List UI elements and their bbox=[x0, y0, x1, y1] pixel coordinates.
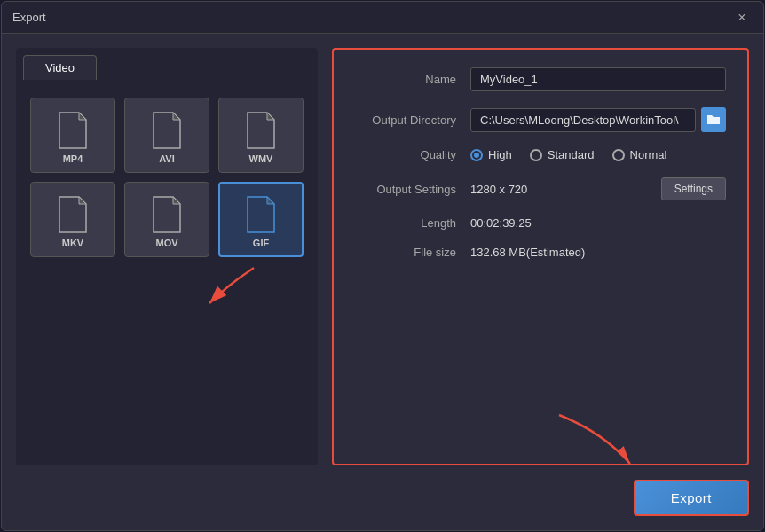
formats-grid: MP4 AVI bbox=[23, 90, 311, 264]
avi-icon bbox=[150, 111, 184, 150]
dir-input-group bbox=[470, 107, 726, 132]
format-mp4[interactable]: MP4 bbox=[30, 98, 115, 173]
length-value: 00:02:39.25 bbox=[470, 216, 726, 230]
format-mov[interactable]: MOV bbox=[124, 182, 209, 257]
dialog-title: Export bbox=[12, 11, 46, 24]
folder-icon bbox=[706, 113, 721, 126]
quality-group: High Standard Normal bbox=[470, 148, 666, 161]
name-label: Name bbox=[355, 73, 470, 86]
dialog-footer: Export bbox=[2, 480, 763, 530]
quality-high[interactable]: High bbox=[470, 148, 512, 161]
quality-high-radio[interactable] bbox=[470, 149, 483, 161]
output-settings-row: Output Settings 1280 x 720 Settings bbox=[355, 177, 726, 200]
length-label: Length bbox=[355, 216, 470, 230]
export-settings-panel: Name Output Directory bbox=[332, 48, 749, 466]
format-mkv[interactable]: MKV bbox=[30, 182, 115, 257]
gif-icon bbox=[244, 195, 278, 234]
close-button[interactable]: × bbox=[731, 7, 753, 28]
arrow-annotation-left bbox=[201, 259, 272, 312]
title-bar: Export × bbox=[2, 2, 763, 34]
mkv-icon bbox=[56, 195, 90, 234]
output-settings-content: 1280 x 720 Settings bbox=[470, 177, 726, 200]
quality-normal-label: Normal bbox=[630, 148, 667, 161]
file-size-label: File size bbox=[355, 246, 470, 259]
output-dir-row: Output Directory bbox=[355, 107, 726, 132]
quality-standard-radio[interactable] bbox=[530, 149, 542, 161]
tab-bar: Video bbox=[23, 55, 311, 80]
format-panel: Video MP4 bbox=[16, 48, 318, 466]
quality-row: Quality High Standard Normal bbox=[355, 148, 726, 161]
quality-normal-radio[interactable] bbox=[612, 149, 625, 161]
mp4-label: MP4 bbox=[63, 153, 83, 164]
mkv-label: MKV bbox=[62, 238, 83, 248]
export-dialog: Export × Video bbox=[1, 1, 764, 531]
dialog-body: Video MP4 bbox=[2, 34, 763, 480]
quality-standard-label: Standard bbox=[548, 148, 595, 161]
dir-input[interactable] bbox=[470, 108, 696, 132]
arrow-annotation-right bbox=[541, 406, 648, 477]
quality-high-label: High bbox=[488, 148, 512, 161]
mov-label: MOV bbox=[155, 238, 177, 248]
format-avi[interactable]: AVI bbox=[124, 98, 209, 173]
wmv-icon bbox=[244, 111, 278, 150]
length-row: Length 00:02:39.25 bbox=[355, 216, 726, 230]
gif-label: GIF bbox=[253, 238, 269, 248]
wmv-label: WMV bbox=[249, 153, 273, 164]
format-gif[interactable]: GIF bbox=[218, 182, 304, 257]
mov-icon bbox=[150, 195, 184, 234]
export-button[interactable]: Export bbox=[634, 480, 749, 516]
avi-label: AVI bbox=[159, 153, 175, 164]
name-row: Name bbox=[355, 67, 726, 91]
tab-video[interactable]: Video bbox=[23, 55, 97, 80]
quality-standard[interactable]: Standard bbox=[530, 148, 595, 161]
name-input[interactable] bbox=[470, 67, 726, 91]
settings-button[interactable]: Settings bbox=[661, 177, 726, 200]
browse-button[interactable] bbox=[701, 107, 726, 132]
output-dir-label: Output Directory bbox=[355, 113, 470, 127]
quality-normal[interactable]: Normal bbox=[612, 148, 667, 161]
mp4-icon bbox=[56, 111, 90, 150]
output-settings-value: 1280 x 720 bbox=[470, 183, 661, 196]
output-settings-label: Output Settings bbox=[355, 183, 470, 196]
quality-label: Quality bbox=[355, 148, 470, 161]
format-wmv[interactable]: WMV bbox=[218, 98, 304, 173]
file-size-row: File size 132.68 MB(Estimated) bbox=[355, 246, 726, 259]
file-size-value: 132.68 MB(Estimated) bbox=[470, 246, 726, 259]
